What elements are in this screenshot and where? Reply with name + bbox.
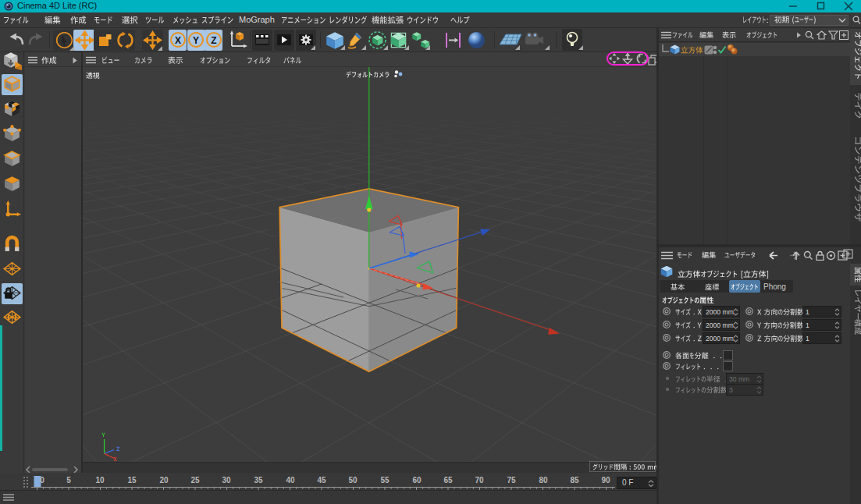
- svg-text:Y: Y: [193, 35, 199, 46]
- svg-text:Z: Z: [211, 35, 216, 46]
- svg-text:X: X: [175, 35, 181, 46]
